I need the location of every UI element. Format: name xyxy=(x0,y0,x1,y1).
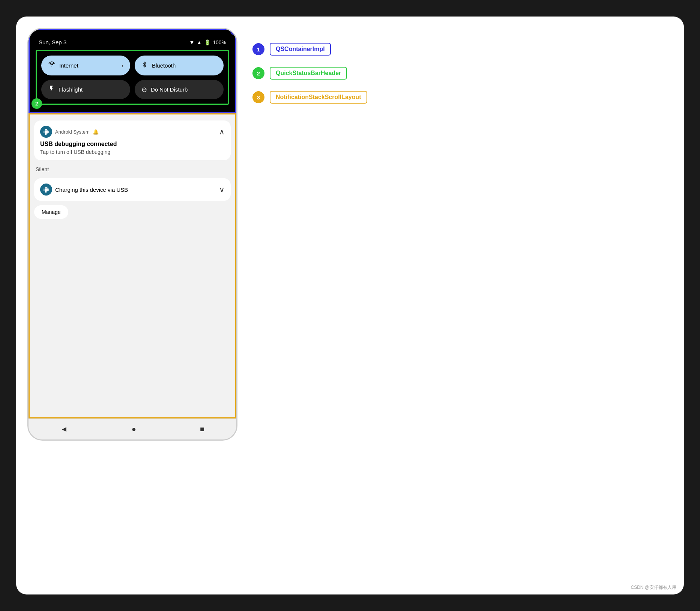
annotation-badge-2: 2 xyxy=(32,98,42,109)
bluetooth-label: Bluetooth xyxy=(152,62,176,69)
wifi-icon xyxy=(48,61,56,70)
notification-stack-label: NotificationStackScrollLayout xyxy=(270,91,367,104)
charging-notification[interactable]: Charging this device via USB ∨ xyxy=(34,178,231,201)
home-button[interactable]: ● xyxy=(132,425,136,433)
qs-tile-dnd[interactable]: ⊖ Do Not Disturb xyxy=(135,80,224,99)
expand-button[interactable]: ∨ xyxy=(219,185,225,194)
notification-bell-icon: 🔔 xyxy=(93,129,99,135)
app-name-text: Android System xyxy=(55,129,90,135)
qs-tile-internet[interactable]: Internet › xyxy=(41,56,130,75)
watermark: CSDN @安仔都有人用 xyxy=(631,584,676,591)
qs-tile-flashlight[interactable]: Flashlight xyxy=(41,80,130,99)
navigation-bar: ◄ ● ■ xyxy=(29,418,236,439)
charging-icon xyxy=(40,184,52,196)
internet-arrow-icon: › xyxy=(122,63,123,69)
flashlight-label: Flashlight xyxy=(59,86,83,93)
battery-percent: 100% xyxy=(213,39,226,45)
qs-tile-bluetooth[interactable]: Bluetooth xyxy=(135,56,224,75)
label-row-1: 1 QSContainerImpl xyxy=(252,43,673,56)
badge-1: 1 xyxy=(252,43,264,55)
notification-header: Android System 🔔 ∧ xyxy=(40,126,225,138)
wifi-status-icon: ▼ xyxy=(189,39,194,45)
label-row-3: 3 NotificationStackScrollLayout xyxy=(252,91,673,104)
silent-section-label: Silent xyxy=(34,165,231,174)
collapse-button[interactable]: ∧ xyxy=(219,127,225,136)
status-bar: Sun, Sep 3 ▼ ▲ 🔋 100% xyxy=(36,36,229,50)
outer-card: 1 Sun, Sep 3 ▼ ▲ 🔋 100% 2 xyxy=(16,17,684,594)
usb-debugging-notification[interactable]: Android System 🔔 ∧ USB debugging connect… xyxy=(34,120,231,160)
status-right: ▼ ▲ 🔋 100% xyxy=(189,39,226,45)
dnd-icon: ⊖ xyxy=(141,86,147,94)
bluetooth-icon xyxy=(141,61,148,70)
qs-container: 1 Sun, Sep 3 ▼ ▲ 🔋 100% 2 xyxy=(29,29,236,113)
notification-stack-scroll-layout: Android System 🔔 ∧ USB debugging connect… xyxy=(29,113,236,418)
recents-button[interactable]: ■ xyxy=(200,425,204,433)
quick-status-bar-header-label: QuickStatusBarHeader xyxy=(270,67,347,80)
status-date: Sun, Sep 3 xyxy=(39,39,66,45)
badge-3: 3 xyxy=(252,91,264,103)
label-row-2: 2 QuickStatusBarHeader xyxy=(252,67,673,80)
qs-tiles-grid: Internet › Bluetooth xyxy=(40,54,225,101)
dnd-label: Do Not Disturb xyxy=(151,86,188,93)
app-row: Android System 🔔 xyxy=(40,126,99,138)
labels-area: 1 QSContainerImpl 2 QuickStatusBarHeader… xyxy=(252,28,673,104)
phone-mockup: 1 Sun, Sep 3 ▼ ▲ 🔋 100% 2 xyxy=(27,28,237,441)
battery-icon: 🔋 xyxy=(204,39,210,45)
usb-debugging-title: USB debugging connected xyxy=(40,141,225,147)
charging-app-row: Charging this device via USB xyxy=(40,184,128,196)
back-button[interactable]: ◄ xyxy=(60,425,68,433)
manage-button[interactable]: Manage xyxy=(34,205,68,219)
charging-label: Charging this device via USB xyxy=(55,187,128,193)
quick-status-bar-header: 2 Internet › xyxy=(36,50,229,105)
internet-label: Internet xyxy=(59,62,78,69)
annotation-badge-1: 1 xyxy=(230,28,237,35)
qs-container-label: QSContainerImpl xyxy=(270,43,331,56)
usb-debugging-subtitle: Tap to turn off USB debugging xyxy=(40,149,225,155)
flashlight-icon xyxy=(48,85,55,94)
badge-2: 2 xyxy=(252,67,264,79)
android-system-icon xyxy=(40,126,52,138)
signal-icon: ▲ xyxy=(197,39,202,45)
